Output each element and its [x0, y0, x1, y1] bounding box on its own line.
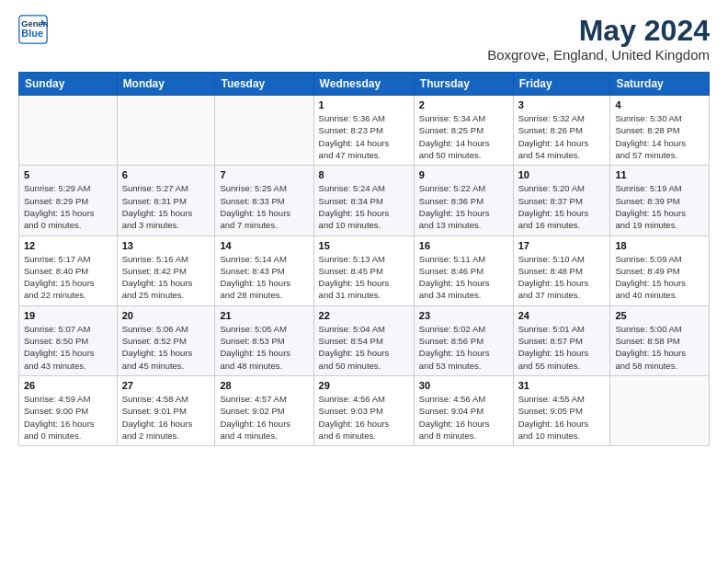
- day-number: 18: [615, 240, 704, 251]
- day-info: Sunrise: 4:56 AM Sunset: 9:03 PM Dayligh…: [319, 393, 409, 442]
- day-number: 14: [220, 240, 308, 251]
- calendar-cell: 13Sunrise: 5:16 AM Sunset: 8:42 PM Dayli…: [117, 236, 215, 305]
- day-number: 30: [419, 380, 508, 391]
- svg-text:Blue: Blue: [21, 28, 43, 39]
- day-number: 17: [518, 240, 606, 251]
- calendar-cell: 22Sunrise: 5:04 AM Sunset: 8:54 PM Dayli…: [313, 305, 414, 375]
- day-info: Sunrise: 5:06 AM Sunset: 8:52 PM Dayligh…: [122, 323, 210, 372]
- calendar-week-row: 12Sunrise: 5:17 AM Sunset: 8:40 PM Dayli…: [19, 236, 710, 305]
- calendar-week-row: 26Sunrise: 4:59 AM Sunset: 9:00 PM Dayli…: [19, 375, 710, 445]
- calendar-page: General Blue May 2024 Boxgrove, England,…: [0, 0, 728, 563]
- calendar-cell: 15Sunrise: 5:13 AM Sunset: 8:45 PM Dayli…: [313, 236, 414, 305]
- calendar-cell: 27Sunrise: 4:58 AM Sunset: 9:01 PM Dayli…: [117, 375, 215, 445]
- weekday-header-sunday: Sunday: [19, 73, 118, 96]
- location-subtitle: Boxgrove, England, United Kingdom: [487, 47, 710, 63]
- day-number: 11: [615, 169, 704, 180]
- calendar-cell: 23Sunrise: 5:02 AM Sunset: 8:56 PM Dayli…: [414, 305, 513, 375]
- weekday-header-saturday: Saturday: [610, 73, 710, 96]
- day-info: Sunrise: 5:29 AM Sunset: 8:29 PM Dayligh…: [24, 182, 112, 231]
- calendar-cell: 29Sunrise: 4:56 AM Sunset: 9:03 PM Dayli…: [313, 375, 414, 445]
- day-info: Sunrise: 5:19 AM Sunset: 8:39 PM Dayligh…: [615, 182, 704, 231]
- header: General Blue May 2024 Boxgrove, England,…: [18, 15, 710, 63]
- day-info: Sunrise: 4:59 AM Sunset: 9:00 PM Dayligh…: [24, 393, 112, 442]
- day-number: 6: [122, 169, 210, 180]
- day-number: 1: [319, 99, 409, 110]
- day-number: 31: [518, 380, 606, 391]
- day-info: Sunrise: 4:58 AM Sunset: 9:01 PM Dayligh…: [122, 393, 210, 442]
- day-number: 10: [518, 169, 606, 180]
- calendar-cell: 17Sunrise: 5:10 AM Sunset: 8:48 PM Dayli…: [513, 236, 610, 305]
- calendar-cell: 2Sunrise: 5:34 AM Sunset: 8:25 PM Daylig…: [414, 96, 513, 166]
- calendar-cell: 31Sunrise: 4:55 AM Sunset: 9:05 PM Dayli…: [513, 375, 610, 445]
- day-info: Sunrise: 5:14 AM Sunset: 8:43 PM Dayligh…: [220, 253, 308, 302]
- calendar-cell: 20Sunrise: 5:06 AM Sunset: 8:52 PM Dayli…: [117, 305, 215, 375]
- calendar-cell: 24Sunrise: 5:01 AM Sunset: 8:57 PM Dayli…: [513, 305, 610, 375]
- day-info: Sunrise: 5:22 AM Sunset: 8:36 PM Dayligh…: [419, 182, 508, 231]
- calendar-cell: 19Sunrise: 5:07 AM Sunset: 8:50 PM Dayli…: [19, 305, 118, 375]
- day-number: 27: [122, 380, 210, 391]
- day-number: 19: [24, 310, 112, 321]
- calendar-cell: [117, 96, 215, 166]
- day-info: Sunrise: 5:02 AM Sunset: 8:56 PM Dayligh…: [419, 323, 508, 372]
- calendar-cell: [19, 96, 118, 166]
- day-number: 26: [24, 380, 112, 391]
- day-info: Sunrise: 4:55 AM Sunset: 9:05 PM Dayligh…: [518, 393, 606, 442]
- day-info: Sunrise: 5:13 AM Sunset: 8:45 PM Dayligh…: [319, 253, 409, 302]
- day-number: 5: [24, 169, 112, 180]
- day-number: 15: [319, 240, 409, 251]
- calendar-cell: 26Sunrise: 4:59 AM Sunset: 9:00 PM Dayli…: [19, 375, 118, 445]
- weekday-header-monday: Monday: [117, 73, 215, 96]
- calendar-cell: [215, 96, 313, 166]
- calendar-week-row: 1Sunrise: 5:36 AM Sunset: 8:23 PM Daylig…: [19, 96, 710, 166]
- day-info: Sunrise: 5:32 AM Sunset: 8:26 PM Dayligh…: [518, 112, 606, 161]
- day-info: Sunrise: 5:36 AM Sunset: 8:23 PM Dayligh…: [319, 112, 409, 161]
- calendar-cell: 28Sunrise: 4:57 AM Sunset: 9:02 PM Dayli…: [215, 375, 313, 445]
- day-number: 23: [419, 310, 508, 321]
- day-info: Sunrise: 5:34 AM Sunset: 8:25 PM Dayligh…: [419, 112, 508, 161]
- day-number: 25: [615, 310, 704, 321]
- day-number: 4: [615, 99, 704, 110]
- calendar-cell: 30Sunrise: 4:56 AM Sunset: 9:04 PM Dayli…: [414, 375, 513, 445]
- day-info: Sunrise: 4:57 AM Sunset: 9:02 PM Dayligh…: [220, 393, 308, 442]
- calendar-cell: 12Sunrise: 5:17 AM Sunset: 8:40 PM Dayli…: [19, 236, 118, 305]
- calendar-table: SundayMondayTuesdayWednesdayThursdayFrid…: [18, 72, 710, 446]
- day-info: Sunrise: 5:00 AM Sunset: 8:58 PM Dayligh…: [615, 323, 704, 372]
- calendar-cell: 4Sunrise: 5:30 AM Sunset: 8:28 PM Daylig…: [610, 96, 710, 166]
- calendar-cell: 8Sunrise: 5:24 AM Sunset: 8:34 PM Daylig…: [313, 166, 414, 236]
- day-info: Sunrise: 5:16 AM Sunset: 8:42 PM Dayligh…: [122, 253, 210, 302]
- day-number: 21: [220, 310, 308, 321]
- weekday-header-row: SundayMondayTuesdayWednesdayThursdayFrid…: [19, 73, 710, 96]
- day-number: 13: [122, 240, 210, 251]
- day-number: 12: [24, 240, 112, 251]
- day-info: Sunrise: 5:04 AM Sunset: 8:54 PM Dayligh…: [319, 323, 409, 372]
- day-info: Sunrise: 5:17 AM Sunset: 8:40 PM Dayligh…: [24, 253, 112, 302]
- logo-icon: General Blue: [18, 15, 48, 44]
- day-number: 9: [419, 169, 508, 180]
- calendar-week-row: 19Sunrise: 5:07 AM Sunset: 8:50 PM Dayli…: [19, 305, 710, 375]
- day-info: Sunrise: 5:05 AM Sunset: 8:53 PM Dayligh…: [220, 323, 308, 372]
- day-number: 16: [419, 240, 508, 251]
- day-info: Sunrise: 5:07 AM Sunset: 8:50 PM Dayligh…: [24, 323, 112, 372]
- day-info: Sunrise: 5:11 AM Sunset: 8:46 PM Dayligh…: [419, 253, 508, 302]
- day-number: 7: [220, 169, 308, 180]
- calendar-cell: 1Sunrise: 5:36 AM Sunset: 8:23 PM Daylig…: [313, 96, 414, 166]
- calendar-cell: 18Sunrise: 5:09 AM Sunset: 8:49 PM Dayli…: [610, 236, 710, 305]
- day-number: 29: [319, 380, 409, 391]
- weekday-header-tuesday: Tuesday: [215, 73, 313, 96]
- day-number: 3: [518, 99, 606, 110]
- day-number: 24: [518, 310, 606, 321]
- day-info: Sunrise: 5:27 AM Sunset: 8:31 PM Dayligh…: [122, 182, 210, 231]
- month-year-title: May 2024: [487, 15, 710, 47]
- day-info: Sunrise: 5:24 AM Sunset: 8:34 PM Dayligh…: [319, 182, 409, 231]
- day-number: 22: [319, 310, 409, 321]
- day-number: 2: [419, 99, 508, 110]
- logo: General Blue: [18, 15, 48, 44]
- calendar-cell: 16Sunrise: 5:11 AM Sunset: 8:46 PM Dayli…: [414, 236, 513, 305]
- calendar-cell: [610, 375, 710, 445]
- calendar-cell: 3Sunrise: 5:32 AM Sunset: 8:26 PM Daylig…: [513, 96, 610, 166]
- calendar-cell: 7Sunrise: 5:25 AM Sunset: 8:33 PM Daylig…: [215, 166, 313, 236]
- calendar-week-row: 5Sunrise: 5:29 AM Sunset: 8:29 PM Daylig…: [19, 166, 710, 236]
- day-info: Sunrise: 5:09 AM Sunset: 8:49 PM Dayligh…: [615, 253, 704, 302]
- day-number: 28: [220, 380, 308, 391]
- weekday-header-friday: Friday: [513, 73, 610, 96]
